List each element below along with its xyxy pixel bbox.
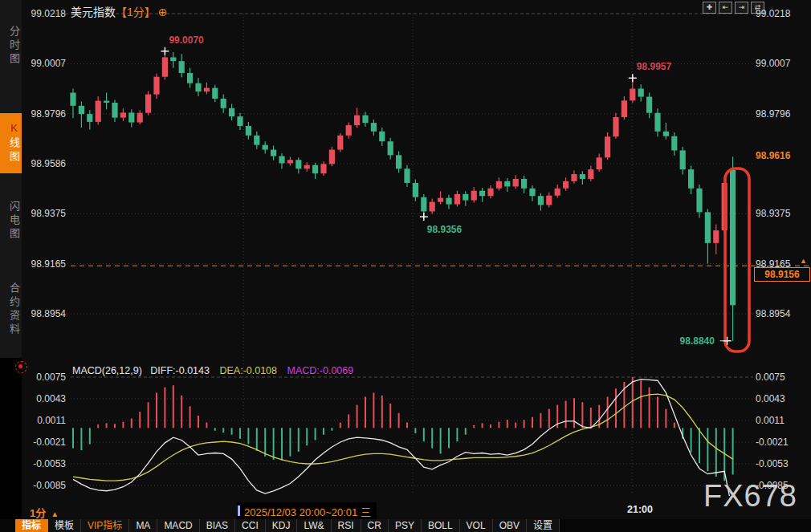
price-axis-label-left: 98.9165 <box>24 258 66 270</box>
macd-axis-label-right: -0.0053 <box>756 458 789 469</box>
tab-0[interactable]: 指标 <box>15 519 48 532</box>
sidebar-item-1[interactable]: K线图 <box>0 113 22 173</box>
tab-13[interactable]: VOL <box>460 519 493 532</box>
price-axis-label-right: 99.0218 <box>756 8 790 19</box>
macd-bar-value: MACD:-0.0069 <box>287 365 354 376</box>
tab-8[interactable]: LW& <box>297 519 331 532</box>
watermark: FX678 <box>703 479 797 514</box>
macd-dea-value: DEA:-0.0108 <box>219 365 277 376</box>
price-up-arrow-icon: ▲ <box>800 258 807 264</box>
tab-15[interactable]: 设置 <box>527 519 560 532</box>
price-axis-label-right: 98.8954 <box>756 308 790 319</box>
price-axis-label-left: 98.9586 <box>24 158 66 169</box>
price-axis-label-left: 99.0007 <box>24 58 66 69</box>
crosshair-time-readout: 2025/12/03 20:00~20:01 三 <box>237 502 377 521</box>
tab-5[interactable]: BIAS <box>200 519 235 532</box>
price-axis-label-right: 98.9375 <box>756 208 790 219</box>
tab-2[interactable]: VIP指标 <box>81 519 129 532</box>
interval-dropdown-icon: ▲ <box>51 510 59 518</box>
trading-terminal: { "colors":{"up":"#e84d5c","down":"#3db4… <box>0 0 811 532</box>
macd-axis-label-left: -0.0021 <box>24 437 66 448</box>
shift-right-icon[interactable]: ⇥ <box>735 2 748 14</box>
price-annotation: 98.9356 <box>427 224 462 235</box>
chart-canvas[interactable] <box>0 0 811 532</box>
price-annotation: 99.0070 <box>169 35 203 46</box>
macd-params: MACD(26,12,9) <box>72 365 142 376</box>
price-axis-label-left: 98.8954 <box>24 308 66 319</box>
chart-title: 美元指数【1分】⊕ <box>71 3 168 19</box>
crosshair-time-text: 2025/12/03 20:00~20:01 三 <box>244 506 371 518</box>
price-axis-label-right: 98.9796 <box>756 108 790 120</box>
price-axis-label-left: 98.9796 <box>24 108 66 120</box>
macd-diff-value: DIFF:-0.0143 <box>150 365 210 376</box>
macd-axis-label-right: 0.0011 <box>756 415 785 426</box>
pan-crosshair-icon[interactable]: ✚ <box>703 2 716 14</box>
macd-axis-label-left: 0.0011 <box>24 415 66 426</box>
macd-axis-label-left: 0.0075 <box>24 372 66 383</box>
macd-axis-label-right: -0.0021 <box>756 437 789 448</box>
tab-10[interactable]: CR <box>361 519 389 532</box>
macd-axis-label-right: 0.0075 <box>756 372 785 383</box>
tab-1[interactable]: 模板 <box>48 519 81 532</box>
interval-selector[interactable]: 1分▲ <box>30 505 59 520</box>
macd-axis-label-left: -0.0085 <box>24 480 66 491</box>
symbol-name: 美元指数 <box>71 6 116 18</box>
macd-axis-label-left: -0.0053 <box>24 458 66 469</box>
tab-3[interactable]: MA <box>129 519 157 532</box>
tab-7[interactable]: KDJ <box>266 519 298 532</box>
interval-tag: 【1分】 <box>116 6 156 18</box>
left-sidebar: 分时图K线图闪电图合约资料 <box>0 0 22 532</box>
macd-axis-label-left: 0.0043 <box>24 393 66 404</box>
indicator-tab-bar: 指标模板VIP指标MAMACDBIASCCIKDJLW&RSICRPSYBOLL… <box>0 519 811 532</box>
tab-4[interactable]: MACD <box>157 519 199 532</box>
tab-12[interactable]: BOLL <box>422 519 460 532</box>
price-annotation: 98.8840 <box>680 335 715 347</box>
current-price-label: 98.9156 <box>754 267 810 282</box>
price-annotation: 98.9957 <box>637 61 671 72</box>
interval-label: 1分 <box>30 507 46 519</box>
crosshair-info-icon <box>238 506 240 516</box>
time-axis-label: 21:00 <box>627 504 653 515</box>
tab-14[interactable]: OBV <box>493 519 527 532</box>
tab-11[interactable]: PSY <box>389 519 422 532</box>
sidebar-item-3[interactable]: 合约资料 <box>0 265 22 355</box>
shift-left-icon[interactable]: ⇤ <box>719 2 732 14</box>
macd-readout: MACD(26,12,9) DIFF:-0.0143 DEA:-0.0108 M… <box>72 365 353 376</box>
session-high-label: 98.9616 <box>756 150 790 161</box>
price-axis-label-right: 99.0007 <box>756 58 790 69</box>
tab-6[interactable]: CCI <box>235 519 266 532</box>
price-axis-label-left: 98.9375 <box>24 208 66 219</box>
tab-9[interactable]: RSI <box>332 519 361 532</box>
add-compare-icon[interactable]: ⊕ <box>158 6 168 18</box>
price-axis-label-left: 99.0218 <box>24 8 66 19</box>
macd-axis-label-right: 0.0043 <box>756 393 785 404</box>
sidebar-item-0[interactable]: 分时图 <box>0 6 22 85</box>
sidebar-item-2[interactable]: 闪电图 <box>0 183 22 258</box>
